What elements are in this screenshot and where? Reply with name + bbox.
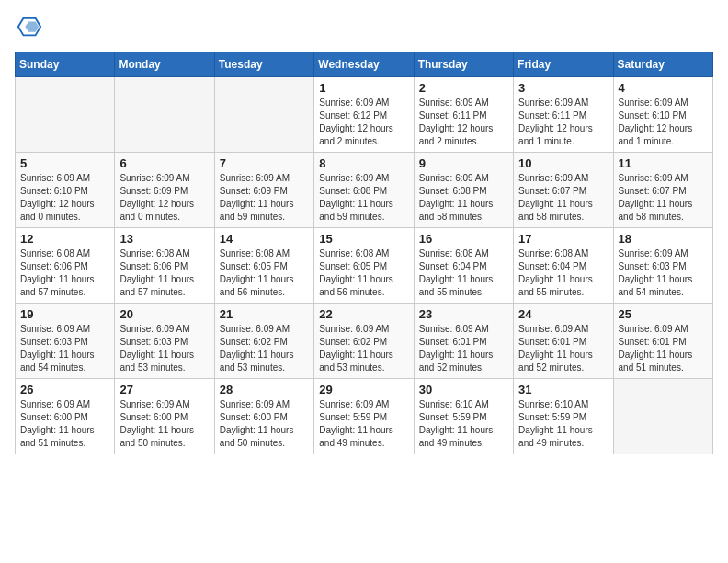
day-cell: 12Sunrise: 6:08 AM Sunset: 6:06 PM Dayli… <box>16 228 115 304</box>
day-number: 19 <box>20 307 109 321</box>
day-info: Sunrise: 6:09 AM Sunset: 6:11 PM Dayligh… <box>518 97 608 148</box>
day-number: 6 <box>119 156 209 170</box>
svg-marker-1 <box>25 21 39 31</box>
day-cell: 21Sunrise: 6:09 AM Sunset: 6:02 PM Dayli… <box>214 304 313 379</box>
day-info: Sunrise: 6:09 AM Sunset: 6:01 PM Dayligh… <box>619 323 708 374</box>
day-number: 7 <box>220 156 309 170</box>
day-number: 15 <box>319 232 408 246</box>
day-info: Sunrise: 6:09 AM Sunset: 6:07 PM Dayligh… <box>518 172 608 224</box>
day-cell: 10Sunrise: 6:09 AM Sunset: 6:07 PM Dayli… <box>514 153 613 228</box>
day-info: Sunrise: 6:08 AM Sunset: 6:06 PM Dayligh… <box>20 247 109 299</box>
week-row-2: 5Sunrise: 6:09 AM Sunset: 6:10 PM Daylig… <box>16 153 713 228</box>
day-cell: 26Sunrise: 6:09 AM Sunset: 6:00 PM Dayli… <box>16 379 115 454</box>
day-number: 12 <box>20 232 109 246</box>
day-number: 26 <box>20 383 109 396</box>
day-info: Sunrise: 6:09 AM Sunset: 6:10 PM Dayligh… <box>619 97 708 148</box>
day-cell: 4Sunrise: 6:09 AM Sunset: 6:10 PM Daylig… <box>613 77 712 153</box>
day-info: Sunrise: 6:08 AM Sunset: 6:05 PM Dayligh… <box>319 247 408 299</box>
day-info: Sunrise: 6:09 AM Sunset: 6:08 PM Dayligh… <box>419 172 508 224</box>
day-info: Sunrise: 6:09 AM Sunset: 6:09 PM Dayligh… <box>220 172 309 224</box>
day-number: 14 <box>220 232 309 246</box>
day-cell <box>115 77 214 153</box>
logo <box>15 15 42 40</box>
week-row-4: 19Sunrise: 6:09 AM Sunset: 6:03 PM Dayli… <box>16 304 713 379</box>
day-cell: 14Sunrise: 6:08 AM Sunset: 6:05 PM Dayli… <box>214 228 313 304</box>
day-info: Sunrise: 6:09 AM Sunset: 5:59 PM Dayligh… <box>319 398 408 450</box>
day-number: 10 <box>518 156 608 170</box>
day-number: 1 <box>319 81 408 95</box>
day-number: 22 <box>319 307 408 321</box>
day-cell: 16Sunrise: 6:08 AM Sunset: 6:04 PM Dayli… <box>414 228 513 304</box>
col-header-friday: Friday <box>514 52 613 77</box>
day-info: Sunrise: 6:08 AM Sunset: 6:04 PM Dayligh… <box>419 247 508 299</box>
day-cell: 31Sunrise: 6:10 AM Sunset: 5:59 PM Dayli… <box>514 379 613 454</box>
day-cell <box>16 77 115 153</box>
day-number: 16 <box>419 232 508 246</box>
day-info: Sunrise: 6:09 AM Sunset: 6:10 PM Dayligh… <box>20 172 109 224</box>
day-number: 8 <box>319 156 408 170</box>
day-cell: 17Sunrise: 6:08 AM Sunset: 6:04 PM Dayli… <box>514 228 613 304</box>
page-header <box>15 15 713 40</box>
week-row-5: 26Sunrise: 6:09 AM Sunset: 6:00 PM Dayli… <box>16 379 713 454</box>
day-info: Sunrise: 6:09 AM Sunset: 6:12 PM Dayligh… <box>319 97 408 148</box>
day-info: Sunrise: 6:09 AM Sunset: 6:01 PM Dayligh… <box>419 323 508 374</box>
calendar-table: SundayMondayTuesdayWednesdayThursdayFrid… <box>15 52 713 454</box>
day-number: 17 <box>518 232 608 246</box>
col-header-monday: Monday <box>115 52 214 77</box>
day-cell: 2Sunrise: 6:09 AM Sunset: 6:11 PM Daylig… <box>414 77 513 153</box>
day-cell: 6Sunrise: 6:09 AM Sunset: 6:09 PM Daylig… <box>115 153 214 228</box>
day-cell: 23Sunrise: 6:09 AM Sunset: 6:01 PM Dayli… <box>414 304 513 379</box>
day-cell: 19Sunrise: 6:09 AM Sunset: 6:03 PM Dayli… <box>16 304 115 379</box>
day-cell: 11Sunrise: 6:09 AM Sunset: 6:07 PM Dayli… <box>613 153 712 228</box>
col-header-saturday: Saturday <box>613 52 712 77</box>
day-number: 11 <box>619 156 708 170</box>
day-number: 27 <box>119 383 209 396</box>
day-cell: 18Sunrise: 6:09 AM Sunset: 6:03 PM Dayli… <box>613 228 712 304</box>
day-cell: 7Sunrise: 6:09 AM Sunset: 6:09 PM Daylig… <box>214 153 313 228</box>
day-cell: 29Sunrise: 6:09 AM Sunset: 5:59 PM Dayli… <box>314 379 414 454</box>
logo-icon <box>17 15 42 40</box>
day-number: 21 <box>220 307 309 321</box>
day-number: 28 <box>220 383 309 396</box>
col-header-thursday: Thursday <box>414 52 513 77</box>
week-row-3: 12Sunrise: 6:08 AM Sunset: 6:06 PM Dayli… <box>16 228 713 304</box>
day-info: Sunrise: 6:09 AM Sunset: 6:02 PM Dayligh… <box>220 323 309 374</box>
day-info: Sunrise: 6:09 AM Sunset: 6:03 PM Dayligh… <box>20 323 109 374</box>
day-info: Sunrise: 6:08 AM Sunset: 6:05 PM Dayligh… <box>220 247 309 299</box>
day-info: Sunrise: 6:09 AM Sunset: 6:09 PM Dayligh… <box>119 172 209 224</box>
day-cell: 24Sunrise: 6:09 AM Sunset: 6:01 PM Dayli… <box>514 304 613 379</box>
day-info: Sunrise: 6:09 AM Sunset: 6:11 PM Dayligh… <box>419 97 508 148</box>
day-number: 5 <box>20 156 109 170</box>
day-info: Sunrise: 6:09 AM Sunset: 6:00 PM Dayligh… <box>119 398 209 450</box>
day-number: 20 <box>119 307 209 321</box>
col-header-tuesday: Tuesday <box>214 52 313 77</box>
day-info: Sunrise: 6:09 AM Sunset: 6:02 PM Dayligh… <box>319 323 408 374</box>
col-header-wednesday: Wednesday <box>314 52 414 77</box>
day-number: 9 <box>419 156 508 170</box>
calendar-header-row: SundayMondayTuesdayWednesdayThursdayFrid… <box>16 52 713 77</box>
day-info: Sunrise: 6:08 AM Sunset: 6:06 PM Dayligh… <box>119 247 209 299</box>
day-info: Sunrise: 6:09 AM Sunset: 6:00 PM Dayligh… <box>20 398 109 450</box>
day-number: 24 <box>518 307 608 321</box>
day-cell: 30Sunrise: 6:10 AM Sunset: 5:59 PM Dayli… <box>414 379 513 454</box>
day-info: Sunrise: 6:09 AM Sunset: 6:03 PM Dayligh… <box>119 323 209 374</box>
day-info: Sunrise: 6:09 AM Sunset: 6:08 PM Dayligh… <box>319 172 408 224</box>
day-info: Sunrise: 6:09 AM Sunset: 6:07 PM Dayligh… <box>619 172 708 224</box>
day-number: 31 <box>518 383 608 396</box>
day-cell: 22Sunrise: 6:09 AM Sunset: 6:02 PM Dayli… <box>314 304 414 379</box>
day-number: 30 <box>419 383 508 396</box>
day-cell: 28Sunrise: 6:09 AM Sunset: 6:00 PM Dayli… <box>214 379 313 454</box>
day-number: 4 <box>619 81 708 95</box>
day-number: 23 <box>419 307 508 321</box>
day-cell: 5Sunrise: 6:09 AM Sunset: 6:10 PM Daylig… <box>16 153 115 228</box>
day-cell <box>613 379 712 454</box>
day-number: 13 <box>119 232 209 246</box>
day-info: Sunrise: 6:10 AM Sunset: 5:59 PM Dayligh… <box>419 398 508 450</box>
day-number: 2 <box>419 81 508 95</box>
day-info: Sunrise: 6:09 AM Sunset: 6:01 PM Dayligh… <box>518 323 608 374</box>
day-info: Sunrise: 6:09 AM Sunset: 6:00 PM Dayligh… <box>220 398 309 450</box>
day-cell: 25Sunrise: 6:09 AM Sunset: 6:01 PM Dayli… <box>613 304 712 379</box>
day-cell: 1Sunrise: 6:09 AM Sunset: 6:12 PM Daylig… <box>314 77 414 153</box>
day-number: 18 <box>619 232 708 246</box>
day-cell: 27Sunrise: 6:09 AM Sunset: 6:00 PM Dayli… <box>115 379 214 454</box>
